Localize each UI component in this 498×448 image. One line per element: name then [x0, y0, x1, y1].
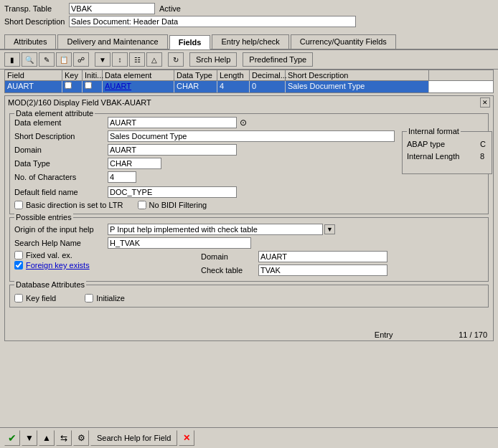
basic-direction-label: Basic direction is set to LTR: [26, 201, 123, 209]
cell-data-elem: AUART: [103, 81, 174, 92]
search-icon[interactable]: ⊙: [240, 118, 247, 128]
de-short-desc-label: Short Description: [14, 132, 108, 140]
internal-format-box: Internal format ABAP type C Internal Len…: [402, 131, 492, 174]
header-area: Transp. Table Active Short Description: [0, 0, 498, 32]
entry-sep: /: [467, 330, 474, 339]
cell-field: AUART: [5, 81, 62, 92]
pe-domain-label: Domain: [201, 252, 258, 261]
cell-length: 4: [217, 81, 250, 92]
move-button[interactable]: ⇆: [56, 430, 72, 446]
key-field-row: Key field: [14, 294, 56, 302]
abap-type-value: C: [479, 139, 487, 149]
detail-close-button[interactable]: ✕: [480, 97, 490, 108]
default-field-label: Default field name: [14, 188, 108, 196]
srch-help-button[interactable]: Srch Help: [189, 52, 237, 67]
origin-dropdown-icon[interactable]: ▼: [324, 224, 335, 234]
key-field-checkbox[interactable]: [14, 294, 23, 302]
possible-entries-group: Possible entries Origin of the input hel…: [9, 217, 489, 282]
initialize-label: Initialize: [96, 294, 125, 302]
cell-decimal: 0: [250, 81, 286, 92]
db-attributes-group: Database Attributes Key field Initialize: [9, 285, 489, 308]
fields-table: Field Key Initi... Data element Data Typ…: [4, 70, 494, 93]
predefined-type-button[interactable]: Predefined Type: [243, 52, 313, 67]
abap-type-label: ABAP type: [407, 140, 479, 148]
entry-current: 11: [459, 330, 467, 339]
tab-bar: Attributes Delivery and Maintenance Fiel…: [0, 32, 498, 50]
detail-panel: MOD(2)/160 Display Field VBAK-AUART ✕ Da…: [4, 95, 494, 341]
col-header-init: Initi...: [83, 70, 103, 80]
search-help-field-button[interactable]: Search Help for Field: [90, 430, 177, 446]
initialize-checkbox[interactable]: [85, 294, 93, 302]
next-button[interactable]: ▲: [39, 430, 55, 446]
toolbar-btn-5[interactable]: ☍: [73, 52, 89, 67]
fixed-val-row: Fixed val. ex.: [14, 251, 179, 259]
tab-delivery[interactable]: Delivery and Maintenance: [57, 34, 167, 49]
entry-label: Entry: [375, 330, 393, 339]
origin-label: Origin of the input help: [14, 225, 108, 234]
data-element-group: Data element attribute Data element ⊙ Sh…: [9, 113, 489, 214]
tab-entry-help[interactable]: Entry help/check: [212, 34, 288, 49]
entry-total: 170: [474, 330, 487, 339]
confirm-button[interactable]: ✔: [4, 430, 20, 446]
internal-length-label: Internal Length: [407, 152, 479, 161]
fixed-val-checkbox[interactable]: [14, 251, 23, 259]
bottom-toolbar: ✔ ▼ ▲ ⇆ ⚙ Search Help for Field ✕: [0, 427, 498, 448]
toolbar-btn-4[interactable]: 📋: [56, 52, 72, 67]
search-help-name-input[interactable]: [108, 237, 251, 249]
data-element-group-title: Data element attribute: [14, 109, 95, 118]
tab-attributes[interactable]: Attributes: [4, 34, 56, 49]
transp-table-input[interactable]: [69, 3, 155, 14]
foreign-key-label: Foreign key exists: [26, 261, 90, 270]
toolbar-btn-2[interactable]: 🔍: [22, 52, 37, 67]
toolbar-btn-8[interactable]: ↻: [168, 52, 184, 67]
domain-label: Domain: [14, 146, 108, 154]
tab-fields[interactable]: Fields: [169, 35, 211, 49]
toolbar-btn-filter[interactable]: ▼: [95, 52, 111, 67]
initialize-row: Initialize: [85, 294, 125, 302]
col-header-data-elem: Data element: [103, 70, 174, 80]
basic-direction-checkbox[interactable]: [14, 201, 23, 209]
short-desc-input[interactable]: [69, 16, 356, 27]
short-desc-label: Short Description: [4, 17, 69, 26]
toolbar-btn-1[interactable]: ▮: [4, 52, 20, 67]
data-type-input[interactable]: [108, 158, 161, 169]
check-table-label: Check table: [201, 266, 258, 275]
internal-format-title: Internal format: [407, 127, 461, 135]
col-header-decimal: Decimal...: [250, 70, 286, 80]
config-button[interactable]: ⚙: [73, 430, 89, 446]
cell-data-type: CHAR: [174, 81, 217, 92]
data-element-label: Data element: [14, 118, 108, 127]
table-row[interactable]: AUART AUART CHAR 4 0 Sales Document Type: [5, 81, 493, 92]
check-table-input[interactable]: [258, 264, 387, 276]
toolbar-btn-3[interactable]: ✎: [39, 52, 55, 67]
foreign-key-checkbox[interactable]: [14, 261, 23, 270]
tab-currency[interactable]: Currency/Quantity Fields: [291, 34, 396, 49]
toolbar-btn-7[interactable]: △: [146, 52, 162, 67]
active-status: Active: [159, 4, 181, 13]
toolbar-btn-sort[interactable]: ↕: [112, 52, 128, 67]
cell-key: [62, 81, 83, 92]
toolbar-btn-6[interactable]: ☷: [129, 52, 145, 67]
internal-length-value: 8: [479, 151, 486, 161]
col-header-length: Length: [217, 70, 250, 80]
data-element-input[interactable]: [108, 117, 237, 128]
domain-input[interactable]: [108, 144, 237, 156]
cell-init: [83, 81, 103, 92]
col-header-key: Key: [62, 70, 83, 80]
no-chars-label: No. of Characters: [14, 173, 108, 181]
origin-input[interactable]: [108, 224, 323, 235]
search-help-name-label: Search Help Name: [14, 239, 108, 247]
no-chars-input[interactable]: [108, 171, 136, 183]
de-short-desc-input[interactable]: [108, 130, 395, 142]
no-bidi-row: No BIDI Filtering: [138, 201, 207, 209]
prev-button[interactable]: ▼: [22, 430, 37, 446]
cancel-button[interactable]: ✕: [179, 430, 194, 446]
entry-info-row: Entry 11 / 170: [5, 329, 493, 340]
possible-entries-title: Possible entries: [14, 213, 73, 221]
default-field-input[interactable]: [108, 186, 237, 198]
no-bidi-checkbox[interactable]: [138, 201, 146, 209]
detail-title-bar: MOD(2)/160 Display Field VBAK-AUART ✕: [5, 96, 493, 109]
pe-domain-input[interactable]: [258, 251, 387, 262]
db-attributes-title: Database Attributes: [14, 280, 86, 289]
col-header-short-desc: Short Description: [286, 70, 429, 80]
